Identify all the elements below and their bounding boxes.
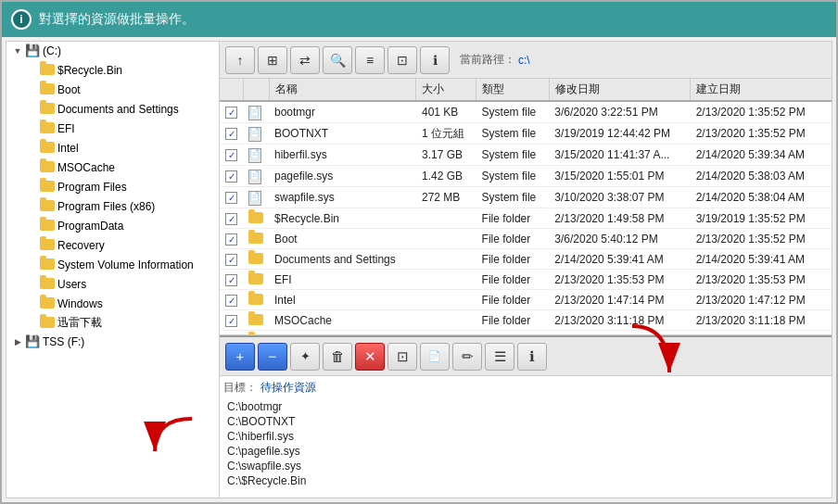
file-button[interactable]: 📄 [420, 343, 450, 371]
tree-label: Program Files (x86) [57, 200, 155, 213]
row-checkbox[interactable]: ✓ [225, 107, 237, 119]
table-row[interactable]: ✓📄hiberfil.sys3.17 GBSystem file3/15/202… [220, 145, 832, 166]
row-checkbox[interactable]: ✓ [225, 233, 237, 246]
delete-button[interactable]: 🗑 [323, 343, 352, 371]
cell-modified: 2/14/2020 5:39:41 AM [549, 249, 690, 270]
row-checkbox[interactable]: ✓ [225, 192, 237, 204]
col-type[interactable]: 類型 [476, 79, 550, 101]
col-name[interactable]: 名稱 [269, 79, 416, 101]
action-toolbar: + − ✦ 🗑 ✕ ⊡ 📄 ✏ ☰ ℹ [220, 337, 832, 376]
cell-name: $Recycle.Bin [269, 208, 416, 229]
copy-button[interactable]: ⊡ [387, 46, 417, 74]
target-section: 目標： 待操作資源 C:\bootmgrC:\BOOTNXTC:\hiberfi… [220, 376, 832, 498]
folder-icon [40, 276, 55, 292]
table-header-row: 名稱 大小 類型 修改日期 建立日期 [220, 79, 832, 101]
cell-name: MSOCache [269, 310, 416, 331]
edit-button[interactable]: ✏ [452, 343, 482, 371]
table-row[interactable]: ✓Documents and SettingsFile folder2/14/2… [220, 249, 832, 270]
cell-created: 2/14/2020 5:39:41 AM [691, 249, 832, 270]
tree-label: $Recycle.Bin [57, 64, 122, 77]
menu-button[interactable]: ≡ [355, 46, 385, 74]
col-icon [243, 79, 269, 101]
tree-item[interactable]: Users [6, 274, 219, 294]
tree-label: ProgramData [57, 220, 123, 233]
cell-created: 2/14/2020 5:38:04 AM [691, 187, 832, 208]
row-checkbox[interactable]: ✓ [225, 254, 237, 266]
file-icon: 📄 [248, 170, 261, 184]
file-list-container[interactable]: 名稱 大小 類型 修改日期 建立日期 ✓📄bootmgr401 KBSystem… [220, 79, 832, 335]
info2-button[interactable]: ℹ [517, 343, 547, 371]
row-checkbox[interactable]: ✓ [225, 315, 237, 327]
tree-item[interactable]: $Recycle.Bin [6, 60, 219, 80]
tree-item[interactable]: Recovery [6, 235, 219, 255]
row-checkbox[interactable]: ✓ [225, 170, 237, 183]
cell-size: 3.17 GB [416, 145, 476, 166]
refresh-button[interactable]: ⇄ [290, 46, 320, 74]
file-table: 名稱 大小 類型 修改日期 建立日期 ✓📄bootmgr401 KBSystem… [220, 79, 832, 335]
cancel-button[interactable]: ✕ [355, 343, 385, 371]
cell-type: File folder [476, 249, 550, 270]
row-checkbox[interactable]: ✓ [225, 128, 237, 140]
cell-created: 2/13/2020 1:35:52 PM [691, 123, 832, 145]
cell-size [416, 229, 476, 249]
tree-item[interactable]: 迅雷下載 [6, 313, 219, 333]
table-row[interactable]: ✓EFIFile folder2/13/2020 1:35:53 PM2/13/… [220, 270, 832, 290]
cell-created: 2/14/2020 5:38:03 AM [691, 166, 832, 187]
table-row[interactable]: ✓MSOCacheFile folder2/13/2020 3:11:18 PM… [220, 310, 832, 331]
cell-size [416, 208, 476, 229]
cell-name: Boot [269, 229, 416, 249]
tree-item[interactable]: Program Files (x86) [6, 196, 219, 216]
info-button[interactable]: ℹ [420, 46, 450, 74]
table-row[interactable]: ✓$Recycle.BinFile folder2/13/2020 1:49:5… [220, 208, 832, 229]
left-panel[interactable]: ▼💾(C:) $Recycle.Bin Boot Documents and S… [6, 42, 220, 498]
tree-item[interactable]: MSOCache [6, 158, 219, 177]
search-button[interactable]: 🔍 [323, 46, 352, 74]
folder-icon [40, 62, 55, 78]
row-checkbox[interactable]: ✓ [225, 295, 237, 307]
row-checkbox[interactable]: ✓ [225, 213, 237, 225]
remove-button[interactable]: − [258, 343, 287, 371]
folder-icon [40, 179, 55, 195]
copy2-button[interactable]: ⊡ [387, 343, 417, 371]
cell-modified: 2/13/2020 1:49:58 PM [549, 208, 690, 229]
cell-modified: 3/19/2019 12:44:42 PM [549, 123, 690, 145]
tree-item[interactable]: Boot [6, 80, 219, 99]
up-button[interactable]: ↑ [225, 46, 255, 74]
tree-item[interactable]: ProgramData [6, 216, 219, 235]
table-row[interactable]: ✓📄swapfile.sys272 MBSystem file3/10/2020… [220, 187, 832, 208]
cell-modified: 2/13/2020 1:35:53 PM [549, 270, 690, 290]
tree-item[interactable]: ▼💾(C:) [6, 42, 219, 60]
row-checkbox[interactable]: ✓ [225, 149, 237, 161]
star-button[interactable]: ✦ [290, 343, 320, 371]
grid-button[interactable]: ⊞ [258, 46, 287, 74]
tree-label: MSOCache [57, 161, 115, 174]
tree-item[interactable]: Windows [6, 294, 219, 313]
tree-item[interactable]: Intel [6, 138, 219, 158]
header-bar: i 對選擇的資源做批量操作。 [2, 2, 836, 37]
col-created[interactable]: 建立日期 [691, 79, 832, 101]
tree-item[interactable]: EFI [6, 119, 219, 138]
target-list-area[interactable]: 目標： 待操作資源 C:\bootmgrC:\BOOTNXTC:\hiberfi… [220, 376, 832, 498]
table-row[interactable]: ✓IntelFile folder2/13/2020 1:47:14 PM2/1… [220, 290, 832, 310]
table-row[interactable]: ✓BootFile folder3/6/2020 5:40:12 PM2/13/… [220, 229, 832, 249]
table-row[interactable]: ✓📄BOOTNXT1 位元組System file3/19/2019 12:44… [220, 123, 832, 145]
cell-type: File folder [476, 229, 550, 249]
cell-type: System file [476, 101, 550, 123]
folder-icon [40, 315, 55, 331]
row-checkbox[interactable]: ✓ [225, 274, 237, 286]
tree-item[interactable]: Documents and Settings [6, 99, 219, 119]
tree-item[interactable]: ▶💾TSS (F:) [6, 333, 219, 351]
tree-item[interactable]: System Volume Information [6, 255, 219, 274]
add-button[interactable]: + [225, 343, 255, 371]
drive-icon: 💾 [25, 334, 40, 349]
table-row[interactable]: ✓📄pagefile.sys1.42 GBSystem file3/15/202… [220, 166, 832, 187]
cell-name: pagefile.sys [269, 166, 416, 187]
list-button[interactable]: ☰ [485, 343, 514, 371]
main-container: i 對選擇的資源做批量操作。 ▼💾(C:) $Recycle.Bin Boot … [0, 0, 838, 504]
folder-icon [248, 233, 263, 246]
col-size[interactable]: 大小 [416, 79, 476, 101]
col-modified[interactable]: 修改日期 [549, 79, 690, 101]
table-row[interactable]: ✓📄bootmgr401 KBSystem file3/6/2020 3:22:… [220, 101, 832, 123]
target-item: C:\BOOTNXT [223, 414, 828, 429]
tree-item[interactable]: Program Files [6, 177, 219, 196]
